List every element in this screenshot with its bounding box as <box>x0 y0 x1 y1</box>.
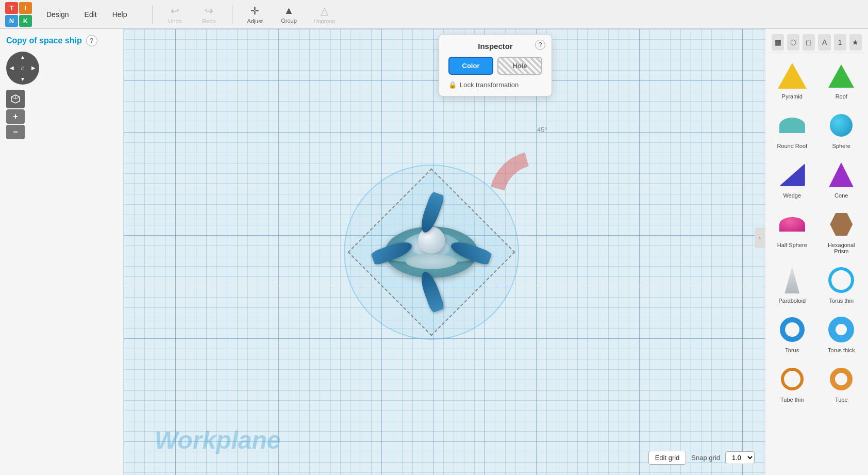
spaceship-object[interactable] <box>328 149 535 355</box>
ungroup-button[interactable]: △ Ungroup <box>308 3 342 26</box>
shape-item-tube-thin[interactable]: Tube thin <box>769 359 816 407</box>
torus-icon <box>777 314 808 345</box>
group-icon: ▲ <box>284 5 294 17</box>
half-sphere-icon <box>777 209 808 240</box>
saucer-bottom <box>406 254 457 269</box>
shape-item-torus-thin[interactable]: Torus thin <box>818 260 865 308</box>
sphere-icon <box>826 110 857 141</box>
half-sphere-label: Half Sphere <box>777 242 807 248</box>
undo-icon: ↩ <box>171 5 179 17</box>
nav-left-icon: ◀ <box>10 65 14 71</box>
hex-prism-icon <box>826 209 857 240</box>
canvas-area[interactable]: 45° Workplane Edit grid Snap grid 1.0 In… <box>124 29 765 475</box>
paraboloid-icon <box>777 265 808 296</box>
shape-item-torus-thick[interactable]: Torus thick <box>818 310 865 357</box>
svg-line-3 <box>15 97 20 99</box>
cone-icon <box>826 159 857 190</box>
angle-label: 45° <box>537 126 547 134</box>
shape-item-sphere[interactable]: Sphere <box>818 106 865 153</box>
inspector-title: Inspector <box>448 42 542 51</box>
round-roof-label: Round Roof <box>777 143 807 149</box>
shape-item-round-roof[interactable]: Round Roof <box>769 106 816 153</box>
pyramid-icon <box>777 60 808 91</box>
svg-line-2 <box>11 97 15 99</box>
lock-transformation[interactable]: 🔒 Lock transformation <box>448 81 542 89</box>
view-cube-button[interactable] <box>6 90 25 108</box>
logo-k: K <box>19 15 32 27</box>
torus-label: Torus <box>785 347 799 353</box>
roof-label: Roof <box>836 93 847 100</box>
sphere-label: Sphere <box>832 143 850 149</box>
menu-design[interactable]: Design <box>39 7 76 22</box>
undo-button[interactable]: ↩ Undo <box>160 3 191 26</box>
ungroup-label: Ungroup <box>314 18 336 24</box>
shape-item-wedge[interactable]: Wedge <box>769 155 816 203</box>
number-icon[interactable]: 1 <box>834 34 846 51</box>
project-title: Copy of space ship <box>6 36 82 45</box>
star-icon[interactable]: ★ <box>849 34 862 51</box>
cone-label: Cone <box>834 192 848 199</box>
group-button[interactable]: ▲ Group <box>274 3 305 26</box>
menu-edit[interactable]: Edit <box>77 7 104 22</box>
box-icon[interactable]: ◻ <box>803 34 815 51</box>
nav-down-icon: ▼ <box>20 76 25 82</box>
roof-icon <box>826 60 857 91</box>
round-roof-icon <box>777 110 808 141</box>
lock-label: Lock transformation <box>460 81 519 89</box>
grid-view-icon[interactable]: ▦ <box>772 34 784 51</box>
tube-thin-label: Tube thin <box>780 397 804 403</box>
toolbar: T I N K Design Edit Help ↩ Undo ↪ Redo ✛… <box>0 0 868 29</box>
shape-item-roof[interactable]: Roof <box>818 56 865 104</box>
inspector-panel: Inspector ? Color Hole 🔒 Lock transforma… <box>439 34 552 96</box>
color-button[interactable]: Color <box>448 57 493 75</box>
workplane-label: Workplane <box>155 426 281 454</box>
shape-item-half-sphere[interactable]: Half Sphere <box>769 205 816 258</box>
torus-thin-icon <box>826 265 857 296</box>
menu-help[interactable]: Help <box>105 7 135 22</box>
logo-t: T <box>5 2 18 14</box>
toolbar-separator-2 <box>232 5 232 24</box>
panel-collapse-button[interactable]: › <box>755 227 765 248</box>
tube-label: Tube <box>835 397 848 403</box>
toolbar-separator <box>152 5 153 24</box>
zoom-controls: + − <box>6 90 117 139</box>
inspector-help-button[interactable]: ? <box>535 40 545 50</box>
shape-item-pyramid[interactable]: Pyramid <box>769 56 816 104</box>
text-icon[interactable]: A <box>818 34 830 51</box>
group-label: Group <box>281 18 297 24</box>
nav-home-icon: ⌂ <box>21 64 25 72</box>
adjust-button[interactable]: ✛ Adjust <box>240 3 271 26</box>
right-shapes-panel: ▦ ⬡ ◻ A 1 ★ Pyramid Roof <box>765 29 868 475</box>
hex-icon[interactable]: ⬡ <box>787 34 799 51</box>
redo-icon: ↪ <box>205 5 213 17</box>
left-panel: Copy of space ship ? ▲ ◀ ⌂ ▶ ▼ <box>0 29 124 475</box>
nav-controls: ▲ ◀ ⌂ ▶ ▼ <box>6 52 117 85</box>
zoom-out-button[interactable]: − <box>6 125 25 139</box>
snap-grid-select[interactable]: 1.0 <box>725 451 755 464</box>
shape-item-cone[interactable]: Cone <box>818 155 865 203</box>
shape-item-hex-prism[interactable]: Hexagonal Prism <box>818 205 865 258</box>
cube-icon <box>10 94 21 104</box>
edit-grid-button[interactable]: Edit grid <box>648 451 687 465</box>
main-area: Copy of space ship ? ▲ ◀ ⌂ ▶ ▼ <box>0 29 868 475</box>
shape-item-tube[interactable]: Tube <box>818 359 865 407</box>
wedge-label: Wedge <box>783 192 801 199</box>
nav-circle[interactable]: ▲ ◀ ⌂ ▶ ▼ <box>6 52 39 85</box>
zoom-in-button[interactable]: + <box>6 109 25 124</box>
torus-thin-label: Torus thin <box>829 298 854 304</box>
redo-label: Redo <box>202 18 215 24</box>
redo-button[interactable]: ↪ Redo <box>194 3 225 26</box>
right-panel-top-icons: ▦ ⬡ ◻ A 1 ★ <box>769 32 865 53</box>
undo-label: Undo <box>168 18 181 24</box>
inspector-buttons: Color Hole <box>448 57 542 75</box>
torus-thick-icon <box>826 314 857 345</box>
paraboloid-label: Paraboloid <box>778 298 806 304</box>
shape-item-paraboloid[interactable]: Paraboloid <box>769 260 816 308</box>
hex-prism-label: Hexagonal Prism <box>820 242 863 254</box>
logo[interactable]: T I N K <box>5 2 32 27</box>
hole-button[interactable]: Hole <box>497 57 542 75</box>
help-button[interactable]: ? <box>86 35 97 46</box>
shape-item-torus[interactable]: Torus <box>769 310 816 357</box>
nav-up-icon: ▲ <box>20 54 25 60</box>
shapes-grid: Pyramid Roof Round Roof Sphere <box>769 56 865 407</box>
